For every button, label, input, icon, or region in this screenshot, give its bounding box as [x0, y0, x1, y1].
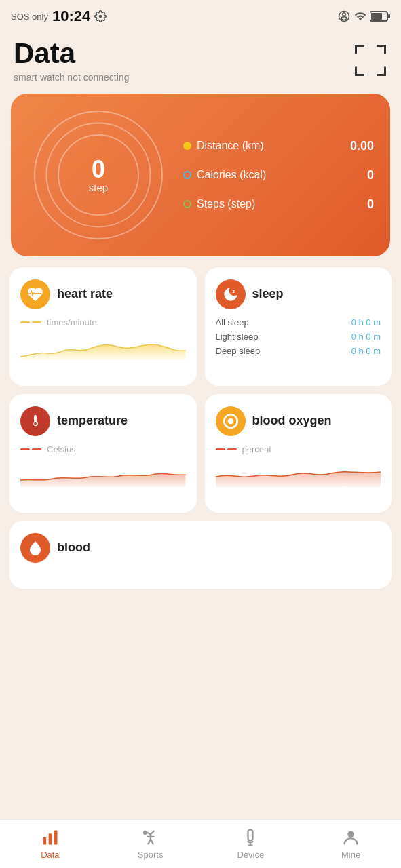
temperature-chart	[20, 460, 186, 487]
calories-label: Calories (kcal)	[197, 169, 266, 181]
nav-device-label: Device	[237, 850, 265, 860]
svg-rect-1	[371, 13, 382, 20]
oxy-dash1	[216, 448, 225, 450]
all-sleep-label: All sleep	[216, 317, 249, 328]
steps-value: 0	[367, 197, 374, 212]
heart-rate-icon	[20, 279, 50, 309]
heart-rate-unit: times/minute	[47, 317, 97, 328]
blood-icon	[20, 533, 50, 563]
status-time: 10:24	[52, 7, 90, 25]
steps-dot	[183, 200, 191, 208]
sleep-card[interactable]: z sleep All sleep 0 h 0 m Light sleep 0 …	[205, 267, 392, 386]
step-label: step	[89, 182, 108, 193]
status-bar: SOS only 10:24	[0, 0, 401, 30]
chart-icon	[41, 828, 60, 847]
deep-sleep-row: Deep sleep 0 h 0 m	[216, 346, 381, 356]
svg-rect-15	[49, 833, 52, 844]
deep-sleep-label: Deep sleep	[216, 346, 261, 356]
heartbeat-icon	[26, 285, 44, 303]
sos-text: SOS only	[11, 12, 48, 22]
svg-rect-2	[388, 14, 390, 18]
deep-sleep-value: 0 h 0 m	[351, 346, 381, 356]
nav-item-mine[interactable]: Mine	[301, 820, 401, 868]
svg-rect-14	[43, 837, 46, 845]
step-center: 0 step	[89, 157, 108, 193]
blood-oxygen-card[interactable]: blood oxygen percent	[205, 394, 392, 513]
step-circle-container: 0 step	[27, 114, 170, 236]
battery-icon	[370, 11, 390, 22]
temp-dash2	[32, 448, 41, 450]
scan-icon	[354, 43, 387, 77]
light-sleep-value: 0 h 0 m	[351, 332, 381, 342]
bottom-spacer	[0, 591, 401, 646]
nav-sports-label: Sports	[138, 850, 164, 860]
cards-grid-row1: heart rate times/minute	[0, 267, 401, 386]
calories-dot	[183, 171, 191, 179]
heart-rate-title: heart rate	[57, 287, 113, 302]
light-sleep-row: Light sleep 0 h 0 m	[216, 332, 381, 342]
bottom-nav: Data Sports Device Mine	[0, 819, 401, 868]
gear-icon[interactable]	[94, 10, 107, 22]
blood-oxygen-unit: percent	[242, 444, 271, 454]
dash1	[20, 321, 30, 323]
sleep-title: sleep	[252, 287, 284, 302]
heart-rate-unit-display: times/minute	[20, 317, 186, 328]
sports-icon	[141, 828, 160, 847]
temperature-unit-display: Celsius	[20, 444, 186, 454]
sleep-stats: All sleep 0 h 0 m Light sleep 0 h 0 m De…	[216, 317, 381, 356]
light-sleep-label: Light sleep	[216, 332, 259, 342]
oxy-dash2	[227, 448, 237, 450]
blood-card-container: blood	[0, 521, 401, 589]
temperature-unit: Celsius	[47, 444, 76, 454]
svg-rect-10	[384, 66, 386, 76]
svg-rect-4	[355, 45, 357, 54]
page-title-area: Data smart watch not connecting	[14, 38, 129, 83]
thermometer-icon	[28, 412, 43, 430]
heart-rate-card[interactable]: heart rate times/minute	[9, 267, 197, 386]
blood-drop-icon	[27, 539, 43, 557]
device-icon	[241, 828, 260, 847]
dash2	[32, 321, 41, 323]
steps-label: Steps (step)	[197, 198, 255, 210]
heart-rate-chart	[20, 333, 186, 360]
nav-item-data[interactable]: Data	[0, 820, 100, 868]
distance-value: 0.00	[350, 139, 374, 153]
distance-label: Distance (km)	[197, 140, 264, 152]
step-count: 0	[89, 157, 108, 182]
svg-rect-6	[384, 45, 386, 54]
sleep-moon-icon: z	[222, 285, 240, 303]
svg-point-13	[227, 418, 233, 425]
cards-grid-row2: temperature Celsius	[0, 394, 401, 513]
svg-rect-8	[355, 66, 357, 76]
all-sleep-row: All sleep 0 h 0 m	[216, 317, 381, 328]
distance-dot	[183, 142, 191, 150]
all-sleep-value: 0 h 0 m	[351, 317, 381, 328]
temp-dash1	[20, 448, 30, 450]
nav-mine-label: Mine	[341, 850, 360, 860]
blood-card[interactable]: blood	[9, 521, 392, 589]
svg-rect-19	[248, 829, 253, 840]
temperature-title: temperature	[57, 414, 128, 429]
nav-data-label: Data	[41, 850, 59, 860]
calories-value: 0	[367, 168, 374, 182]
status-right	[337, 10, 390, 22]
svg-point-17	[143, 831, 147, 835]
distance-stat: Distance (km) 0.00	[183, 139, 374, 153]
sleep-icon: z	[216, 279, 246, 309]
blood-title: blood	[57, 540, 90, 555]
svg-rect-16	[54, 831, 58, 845]
mine-icon	[341, 828, 360, 847]
blood-oxygen-unit-display: percent	[216, 444, 381, 454]
calories-stat: Calories (kcal) 0	[183, 168, 374, 182]
scan-button[interactable]	[354, 43, 387, 80]
wifi-icon	[354, 10, 367, 22]
nav-item-device[interactable]: Device	[201, 820, 301, 868]
page-title: Data	[14, 38, 129, 69]
page-header: Data smart watch not connecting	[0, 30, 401, 88]
blood-oxygen-chart	[216, 460, 381, 487]
nav-item-sports[interactable]: Sports	[100, 820, 201, 868]
temperature-card[interactable]: temperature Celsius	[9, 394, 197, 513]
svg-text:z: z	[232, 288, 235, 294]
steps-stat: Steps (step) 0	[183, 197, 374, 212]
hero-card: 0 step Distance (km) 0.00 Calories (kcal…	[11, 94, 390, 256]
